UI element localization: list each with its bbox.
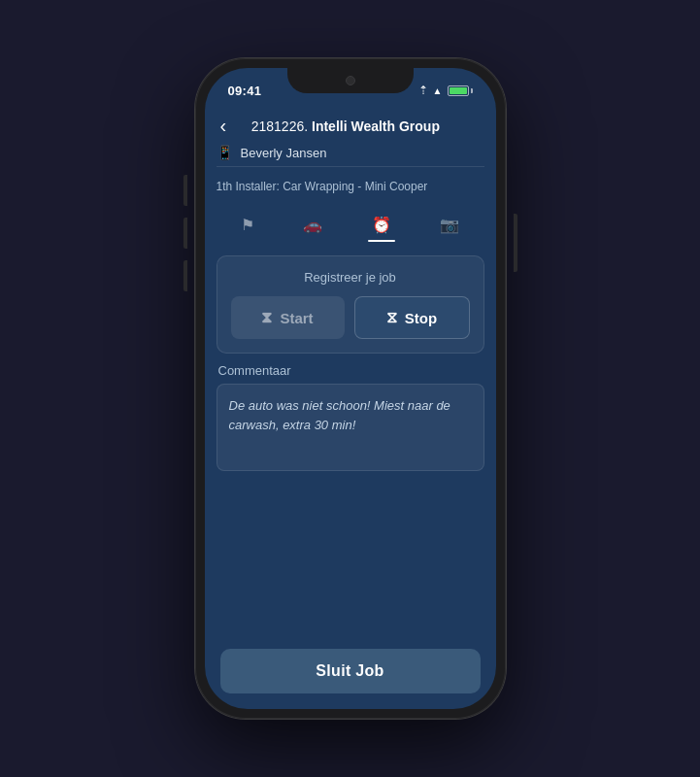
start-button[interactable]: ⧗ Start	[231, 296, 345, 339]
wifi-icon: ⇡	[418, 84, 428, 97]
divider	[217, 166, 484, 167]
title-name: Intelli Wealth Group	[312, 118, 440, 134]
bottom-bar: Sluit Job	[205, 639, 496, 709]
phone-frame: 09:41 ⇡ ▲ ‹ 2181226. Intelli Wealth Grou…	[195, 58, 506, 719]
job-register-card: Registreer je job ⧗ Start ⧖ Stop	[217, 255, 484, 354]
tab-bar: ⚑ 🚗 ⏰ 📷	[217, 204, 484, 246]
status-icons: ⇡ ▲	[418, 84, 473, 97]
start-label: Start	[280, 310, 313, 326]
comment-text: De auto was niet schoon! Miest naar de c…	[229, 396, 472, 434]
camera-icon: 📷	[440, 216, 459, 234]
page-title: 2181226. Intelli Wealth Group	[234, 118, 456, 134]
comment-box[interactable]: De auto was niet schoon! Miest naar de c…	[217, 384, 484, 471]
battery-tip	[471, 88, 473, 93]
sluit-job-button[interactable]: Sluit Job	[220, 649, 481, 693]
battery-body	[448, 85, 469, 96]
job-buttons-row: ⧗ Start ⧖ Stop	[231, 296, 470, 339]
volume-up-button[interactable]	[183, 175, 187, 206]
tab-clock[interactable]: ⏰	[360, 210, 403, 240]
front-camera	[346, 76, 355, 85]
hourglass-stop-icon: ⧖	[386, 309, 397, 326]
clock-icon: ⏰	[372, 216, 391, 234]
title-number: 2181226.	[251, 118, 308, 134]
user-name: Beverly Jansen	[241, 146, 327, 160]
content-area: 📱 Beverly Jansen 1th Installer: Car Wrap…	[205, 145, 496, 639]
power-button[interactable]	[514, 214, 517, 272]
installer-text: 1th Installer: Car Wrapping - Mini Coope…	[217, 180, 428, 193]
tab-flag[interactable]: ⚑	[229, 210, 266, 240]
stop-button[interactable]: ⧖ Stop	[354, 296, 470, 339]
user-info-card: 📱 Beverly Jansen 1th Installer: Car Wrap…	[217, 145, 484, 194]
user-row: 📱 Beverly Jansen	[217, 145, 484, 160]
notch	[287, 68, 414, 93]
comment-section: Commentaar De auto was niet schoon! Mies…	[217, 363, 484, 471]
silent-switch[interactable]	[183, 260, 187, 291]
volume-down-button[interactable]	[183, 218, 187, 249]
battery-indicator	[448, 85, 473, 96]
back-button[interactable]: ‹	[220, 115, 227, 137]
flag-icon: ⚑	[241, 216, 254, 234]
job-register-title: Registreer je job	[231, 270, 470, 285]
user-device-icon: 📱	[217, 145, 233, 160]
tabs-container: ⚑ 🚗 ⏰ 📷	[217, 204, 484, 246]
status-time: 09:41	[228, 84, 262, 98]
page-header: ‹ 2181226. Intelli Wealth Group	[205, 107, 496, 145]
phone-screen: 09:41 ⇡ ▲ ‹ 2181226. Intelli Wealth Grou…	[205, 68, 496, 709]
car-icon: 🚗	[303, 216, 322, 234]
comment-label: Commentaar	[217, 363, 484, 378]
signal-icon: ▲	[433, 85, 443, 96]
tab-car[interactable]: 🚗	[291, 210, 334, 240]
stop-label: Stop	[405, 310, 437, 326]
hourglass-start-icon: ⧗	[261, 309, 272, 326]
tab-camera[interactable]: 📷	[428, 210, 471, 240]
battery-fill	[450, 87, 467, 94]
